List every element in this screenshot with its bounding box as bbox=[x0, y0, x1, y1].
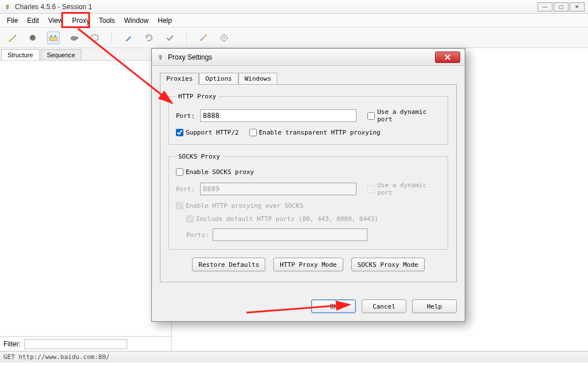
record-icon[interactable] bbox=[26, 31, 39, 44]
window-titlebar: Charles 4.5.6 - Session 1 — ▢ ✕ bbox=[0, 0, 588, 14]
app-icon bbox=[3, 3, 11, 11]
http2-checkbox[interactable] bbox=[176, 129, 183, 136]
socks-dynamic-checkbox bbox=[367, 186, 375, 193]
window-maximize-button[interactable]: ▢ bbox=[554, 2, 569, 11]
tab-sequence[interactable]: Sequence bbox=[41, 49, 82, 60]
dialog-tabs: Proxies Options Windows bbox=[160, 73, 457, 85]
ok-button[interactable]: OK bbox=[311, 299, 356, 313]
svg-point-3 bbox=[30, 35, 36, 41]
svg-point-7 bbox=[70, 36, 77, 41]
socks-enable-label: Enable SOCKS proxy bbox=[186, 168, 254, 176]
window-title: Charles 4.5.6 - Session 1 bbox=[15, 3, 92, 11]
socks-include-checkbox bbox=[186, 215, 194, 223]
mode-button-row: Restore Defaults HTTP Proxy Mode SOCKS P… bbox=[168, 258, 448, 271]
check-icon[interactable] bbox=[163, 31, 176, 44]
refresh-icon[interactable] bbox=[143, 31, 155, 44]
menu-proxy[interactable]: Proxy bbox=[68, 15, 95, 26]
socks-dynamic-label: Use a dynamic port bbox=[377, 181, 441, 196]
dialog-close-button[interactable] bbox=[435, 52, 460, 63]
menubar: File Edit View Proxy Tools Window Help bbox=[0, 14, 588, 27]
tools-icon[interactable] bbox=[197, 31, 210, 44]
statusbar: GET http://www.baidu.com:80/ bbox=[0, 351, 588, 362]
socks-port-label: Port: bbox=[176, 186, 197, 193]
status-text: GET http://www.baidu.com:80/ bbox=[3, 353, 109, 361]
svg-marker-9 bbox=[91, 34, 98, 41]
tab-proxies[interactable]: Proxies bbox=[160, 73, 199, 85]
http-port-input[interactable] bbox=[200, 109, 356, 122]
tab-structure[interactable]: Structure bbox=[1, 49, 40, 60]
tab-windows[interactable]: Windows bbox=[238, 73, 277, 85]
throttle-icon[interactable] bbox=[47, 31, 60, 44]
toolbar bbox=[0, 27, 588, 48]
help-button[interactable]: Help bbox=[412, 299, 457, 313]
socks-ports-input bbox=[213, 228, 367, 241]
svg-rect-1 bbox=[6, 7, 9, 9]
sidebar-tabs: Structure Sequence bbox=[0, 48, 171, 61]
broom-icon[interactable] bbox=[6, 31, 18, 44]
pencil-icon[interactable] bbox=[122, 31, 135, 44]
socks-http-label: Enable HTTP proxying over SOCKS bbox=[186, 202, 303, 210]
socks-include-label: Include default HTTP ports (80, 443, 808… bbox=[196, 215, 378, 223]
restore-defaults-button[interactable]: Restore Defaults bbox=[192, 258, 265, 271]
dialog-panel: HTTP Proxy Port: Use a dynamic port Supp… bbox=[160, 84, 457, 282]
http-port-label: Port: bbox=[176, 112, 197, 120]
socks-proxy-group: SOCKS Proxy Enable SOCKS proxy Port: Use… bbox=[168, 153, 448, 250]
dialog-title: Proxy Settings bbox=[168, 53, 212, 61]
window-close-button[interactable]: ✕ bbox=[570, 2, 585, 11]
toolbar-separator bbox=[186, 32, 187, 44]
hexagon-icon[interactable] bbox=[88, 31, 101, 44]
window-minimize-button[interactable]: — bbox=[538, 2, 552, 11]
sidebar: Structure Sequence Filter: bbox=[0, 48, 172, 351]
transparent-checkbox[interactable] bbox=[249, 129, 257, 136]
menu-help[interactable]: Help bbox=[153, 15, 177, 26]
dialog-titlebar[interactable]: Proxy Settings bbox=[152, 49, 465, 66]
http-mode-button[interactable]: HTTP Proxy Mode bbox=[273, 258, 343, 271]
http-proxy-group: HTTP Proxy Port: Use a dynamic port Supp… bbox=[168, 93, 448, 145]
menu-window[interactable]: Window bbox=[120, 15, 154, 26]
proxy-settings-dialog: Proxy Settings Proxies Options Windows H… bbox=[151, 48, 465, 322]
dialog-icon bbox=[156, 53, 164, 61]
socks-port-input bbox=[200, 183, 356, 195]
socks-http-checkbox bbox=[176, 202, 183, 210]
transparent-label: Enable transparent HTTP proxying bbox=[259, 129, 381, 136]
http-dynamic-label: Use a dynamic port bbox=[377, 108, 441, 123]
svg-rect-6 bbox=[54, 35, 56, 37]
socks-mode-button[interactable]: SOCKS Proxy Mode bbox=[351, 258, 425, 271]
session-tree[interactable] bbox=[0, 61, 171, 336]
dialog-action-row: OK Cancel Help bbox=[152, 290, 465, 321]
gear-icon[interactable] bbox=[218, 31, 230, 44]
menu-file[interactable]: File bbox=[2, 15, 22, 26]
http-dynamic-checkbox[interactable] bbox=[367, 112, 375, 120]
menu-edit[interactable]: Edit bbox=[22, 15, 44, 26]
svg-rect-4 bbox=[49, 37, 57, 41]
svg-point-13 bbox=[223, 37, 225, 39]
socks-enable-checkbox[interactable] bbox=[176, 168, 183, 176]
turtle-icon[interactable] bbox=[68, 31, 80, 44]
svg-rect-5 bbox=[50, 35, 52, 37]
menu-tools[interactable]: Tools bbox=[95, 15, 120, 26]
toolbar-separator bbox=[111, 32, 112, 44]
socks-ports-label: Ports: bbox=[186, 231, 209, 239]
socks-proxy-legend: SOCKS Proxy bbox=[176, 153, 222, 160]
menu-view[interactable]: View bbox=[44, 15, 68, 26]
svg-point-11 bbox=[205, 34, 207, 37]
filter-input[interactable] bbox=[24, 339, 127, 349]
cancel-button[interactable]: Cancel bbox=[362, 299, 406, 313]
http-proxy-legend: HTTP Proxy bbox=[176, 93, 218, 100]
filter-label: Filter: bbox=[3, 340, 21, 348]
svg-point-8 bbox=[76, 37, 79, 39]
svg-rect-19 bbox=[159, 57, 162, 60]
filter-row: Filter: bbox=[0, 336, 171, 351]
tab-options[interactable]: Options bbox=[199, 73, 238, 85]
http2-label: Support HTTP/2 bbox=[186, 129, 239, 136]
svg-line-2 bbox=[13, 35, 16, 38]
